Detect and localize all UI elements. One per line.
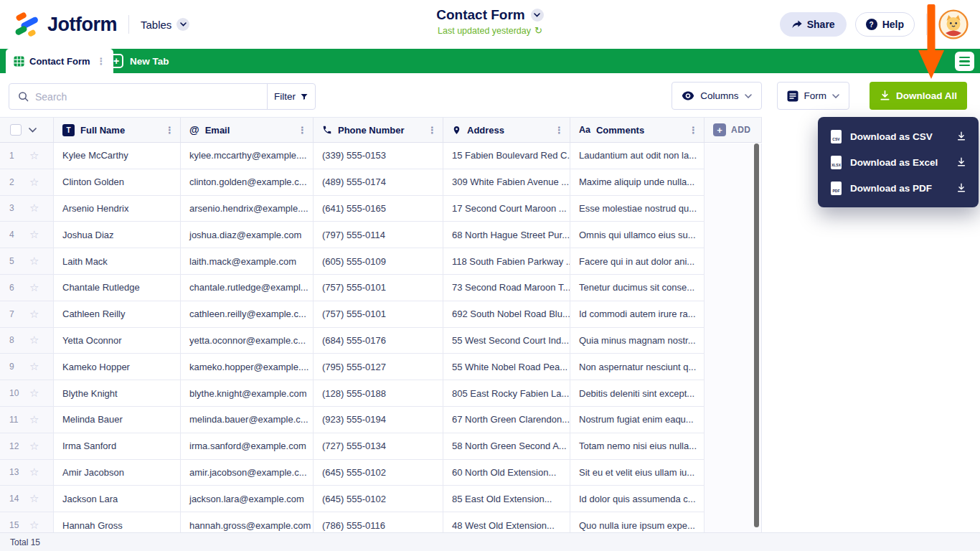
help-button[interactable]: ? Help (855, 12, 915, 37)
full-name-cell[interactable]: Cathleen Reilly (54, 301, 181, 327)
column-header-full-name[interactable]: T Full Name ⋮ (54, 118, 181, 142)
email-cell[interactable]: laith.mack@example.com (181, 248, 314, 274)
full-name-cell[interactable]: Joshua Diaz (54, 222, 181, 248)
phone-cell[interactable]: (641) 555-0165 (314, 196, 443, 222)
form-button[interactable]: Form (777, 82, 850, 110)
comments-cell[interactable]: Sit eu et velit eius ullam iu... (570, 460, 705, 486)
star-icon[interactable]: ☆ (29, 519, 39, 532)
tab-menu-icon[interactable]: ⋮ (95, 56, 108, 67)
email-cell[interactable]: yetta.oconnor@example.c... (181, 328, 314, 354)
star-icon[interactable]: ☆ (29, 202, 39, 215)
refresh-icon[interactable]: ↻ (534, 25, 542, 36)
email-cell[interactable]: amir.jacobson@example.c... (181, 460, 314, 486)
address-cell[interactable]: 58 North Green Second A... (443, 433, 570, 459)
star-icon[interactable]: ☆ (29, 413, 39, 426)
phone-cell[interactable]: (645) 555-0102 (314, 486, 443, 512)
comments-cell[interactable]: Totam nemo nisi eius nulla... (570, 433, 705, 459)
full-name-cell[interactable]: Kylee McCarthy (54, 143, 181, 169)
download-menu-item[interactable]: PDF Download as PDF (818, 175, 979, 201)
column-menu-icon[interactable]: ⋮ (298, 125, 307, 136)
full-name-cell[interactable]: Irma Sanford (54, 433, 181, 459)
new-tab-button[interactable]: + New Tab (109, 49, 169, 73)
email-cell[interactable]: joshua.diaz@example.com (181, 222, 314, 248)
full-name-cell[interactable]: Blythe Knight (54, 380, 181, 406)
star-icon[interactable]: ☆ (29, 149, 39, 162)
phone-cell[interactable]: (128) 555-0188 (314, 380, 443, 406)
comments-cell[interactable]: Esse molestiae nostrud qu... (570, 196, 705, 222)
jotform-logo[interactable]: Jotform (14, 11, 117, 37)
tables-switcher[interactable]: Tables (141, 18, 189, 31)
phone-cell[interactable]: (605) 555-0109 (314, 248, 443, 274)
phone-cell[interactable]: (786) 555-0116 (314, 512, 443, 532)
full-name-cell[interactable]: Chantale Rutledge (54, 275, 181, 301)
email-cell[interactable]: kylee.mccarthy@example.... (181, 143, 314, 169)
comments-cell[interactable]: Non aspernatur nesciunt q... (570, 354, 705, 380)
avatar[interactable] (938, 9, 969, 39)
comments-cell[interactable]: Facere qui in aut dolor ani... (570, 248, 705, 274)
email-cell[interactable]: melinda.bauer@example.c... (181, 407, 314, 433)
email-cell[interactable]: clinton.golden@example.c... (181, 169, 314, 195)
comments-cell[interactable]: Debitis deleniti sint except... (570, 380, 705, 406)
address-cell[interactable]: 55 West Second Court Ind... (443, 328, 570, 354)
column-header-phone[interactable]: Phone Number ⋮ (314, 118, 443, 142)
address-cell[interactable]: 48 West Old Extension... (443, 512, 570, 532)
email-cell[interactable]: hannah.gross@example.com (181, 512, 314, 532)
star-icon[interactable]: ☆ (29, 334, 39, 347)
column-menu-icon[interactable]: ⋮ (689, 125, 698, 136)
full-name-cell[interactable]: Kameko Hopper (54, 354, 181, 380)
comments-cell[interactable]: Nostrum fugiat enim eaqu... (570, 407, 705, 433)
filter-button[interactable]: Filter (267, 84, 315, 109)
full-name-cell[interactable]: Melinda Bauer (54, 407, 181, 433)
download-menu-item[interactable]: XLSX Download as Excel (818, 149, 979, 175)
phone-cell[interactable]: (757) 555-0101 (314, 301, 443, 327)
comments-cell[interactable]: Quia minus magnam nostr... (570, 328, 705, 354)
star-icon[interactable]: ☆ (29, 492, 39, 505)
full-name-cell[interactable]: Clinton Golden (54, 169, 181, 195)
column-menu-icon[interactable]: ⋮ (165, 125, 174, 136)
star-icon[interactable]: ☆ (29, 228, 39, 241)
comments-cell[interactable]: Laudantium aut odit non la... (570, 143, 705, 169)
address-cell[interactable]: 692 South Nobel Road Blu... (443, 301, 570, 327)
email-cell[interactable]: irma.sanford@example.com (181, 433, 314, 459)
download-all-button[interactable]: Download All (870, 82, 967, 110)
comments-cell[interactable]: Quo nulla iure ipsum expe... (570, 512, 705, 532)
full-name-cell[interactable]: Laith Mack (54, 248, 181, 274)
expand-rows-icon[interactable] (29, 128, 37, 133)
column-menu-icon[interactable]: ⋮ (428, 125, 437, 136)
star-icon[interactable]: ☆ (29, 176, 39, 189)
column-header-comments[interactable]: Aa Comments ⋮ (570, 118, 705, 142)
comments-cell[interactable]: Omnis qui ullamco eius su... (570, 222, 705, 248)
address-cell[interactable]: 805 East Rocky Fabien La... (443, 380, 570, 406)
tab-contact-form[interactable]: Contact Form ⋮ (6, 49, 113, 73)
address-cell[interactable]: 85 East Old Extension... (443, 486, 570, 512)
vertical-scrollbar[interactable] (754, 143, 759, 527)
phone-cell[interactable]: (797) 555-0114 (314, 222, 443, 248)
phone-cell[interactable]: (757) 555-0101 (314, 275, 443, 301)
column-menu-icon[interactable]: ⋮ (555, 125, 564, 136)
select-all-checkbox[interactable] (10, 124, 22, 136)
phone-cell[interactable]: (795) 555-0127 (314, 354, 443, 380)
email-cell[interactable]: arsenio.hendrix@example.... (181, 196, 314, 222)
email-cell[interactable]: cathleen.reilly@example.c... (181, 301, 314, 327)
email-cell[interactable]: jackson.lara@example.com (181, 486, 314, 512)
column-header-email[interactable]: @ Email ⋮ (181, 118, 314, 142)
address-cell[interactable]: 55 White Nobel Road Pea... (443, 354, 570, 380)
address-cell[interactable]: 68 North Hague Street Pur... (443, 222, 570, 248)
title-chevron-icon[interactable] (531, 9, 544, 22)
star-icon[interactable]: ☆ (29, 387, 39, 400)
email-cell[interactable]: kameko.hopper@example.... (181, 354, 314, 380)
full-name-cell[interactable]: Amir Jacobson (54, 460, 181, 486)
full-name-cell[interactable]: Arsenio Hendrix (54, 196, 181, 222)
phone-cell[interactable]: (645) 555-0102 (314, 460, 443, 486)
address-cell[interactable]: 15 Fabien Boulevard Red C... (443, 143, 570, 169)
full-name-cell[interactable]: Yetta Oconnor (54, 328, 181, 354)
phone-cell[interactable]: (684) 555-0176 (314, 328, 443, 354)
comments-cell[interactable]: Id commodi autem irure ra... (570, 301, 705, 327)
comments-cell[interactable]: Tenetur ducimus sit conse... (570, 275, 705, 301)
address-cell[interactable]: 67 North Green Clarendon... (443, 407, 570, 433)
phone-cell[interactable]: (923) 555-0194 (314, 407, 443, 433)
email-cell[interactable]: chantale.rutledge@exampl... (181, 275, 314, 301)
column-header-address[interactable]: Address ⋮ (443, 118, 570, 142)
full-name-cell[interactable]: Jackson Lara (54, 486, 181, 512)
phone-cell[interactable]: (339) 555-0153 (314, 143, 443, 169)
